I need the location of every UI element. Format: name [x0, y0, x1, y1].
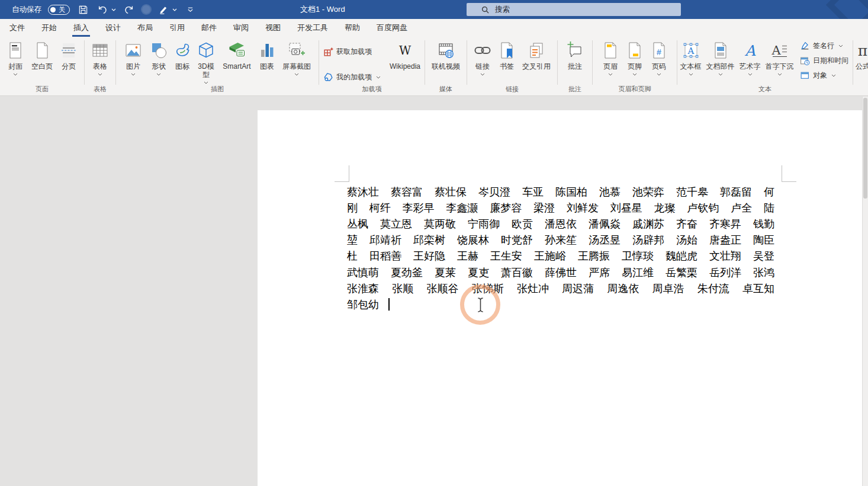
ribbon-tab-row: 文件开始插入设计布局引用邮件审阅视图开发工具帮助百度网盘 [0, 19, 868, 37]
text-box-button[interactable]: A文本框 [677, 40, 704, 85]
button-label: 页脚 [628, 62, 642, 71]
drop-cap-icon: A [770, 40, 789, 61]
name-text: 夏劲釜 [391, 266, 423, 280]
3d-models-button[interactable]: 3D模型 [194, 40, 218, 85]
name-text: 陆 [764, 201, 774, 215]
chevron-down-icon [748, 72, 753, 76]
wordart-button[interactable]: A艺术字 [737, 40, 763, 85]
chart-button[interactable]: 图表 [255, 40, 279, 85]
link-button[interactable]: 链接 [471, 40, 494, 85]
tab-references[interactable]: 引用 [161, 19, 193, 37]
scrollbar-thumb[interactable] [863, 98, 867, 199]
online-video-icon [436, 40, 455, 61]
button-label: 图表 [260, 62, 274, 71]
document-area: 蔡沐壮蔡容富蔡壮保岑贝澄车亚陈国柏池慕池荣弈范千皋郭磊留何刚柯纤李彩早李鑫灏廉梦… [0, 97, 868, 486]
tab-developer[interactable]: 开发工具 [289, 19, 336, 37]
equation-button[interactable]: π公式 [853, 40, 868, 85]
name-text: 钱勤 [753, 217, 774, 231]
button-label: Wikipedia [390, 62, 420, 71]
quick-access-toolbar: 自动保存 关 [0, 3, 197, 16]
svg-text:π: π [858, 42, 867, 59]
tab-mailings[interactable]: 邮件 [193, 19, 225, 37]
tab-baidu-netdisk[interactable]: 百度网盘 [368, 19, 416, 37]
name-text: 柯纤 [369, 201, 391, 215]
wikipedia-button[interactable]: WWikipedia [385, 40, 425, 85]
button-label: 分页 [62, 62, 76, 71]
svg-text:A: A [744, 42, 756, 59]
smartart-button[interactable]: SmartArt [219, 40, 255, 85]
name-text: 卫惇琰 [622, 249, 654, 263]
shapes-button[interactable]: 形状 [146, 40, 171, 85]
quick-parts-button[interactable]: 文档部件 [705, 40, 736, 85]
draw-pen-icon[interactable] [157, 3, 170, 16]
tab-review[interactable]: 审阅 [225, 19, 257, 37]
tab-help[interactable]: 帮助 [336, 19, 368, 37]
wordart-icon: A [741, 40, 760, 61]
screenshot-icon [287, 40, 306, 61]
word-window: 自动保存 关 [0, 0, 868, 486]
online-video-button[interactable]: 联机视频 [429, 40, 463, 85]
tab-layout[interactable]: 布局 [129, 19, 161, 37]
icons-icon [173, 40, 192, 61]
cover-page-icon [6, 40, 25, 61]
save-icon[interactable] [76, 3, 89, 16]
header-button[interactable]: 页眉 [599, 40, 622, 85]
name-text: 潘恩依 [545, 217, 577, 231]
drop-cap-button[interactable]: A首字下沉 [764, 40, 795, 85]
tab-home[interactable]: 开始 [33, 19, 65, 37]
date-time-button[interactable]: 日期和时间 [798, 55, 851, 67]
pen-chevron-icon[interactable] [172, 8, 177, 11]
blank-page-button[interactable]: 空白页 [28, 40, 56, 85]
tab-view[interactable]: 视图 [257, 19, 289, 37]
my-add-ins-button[interactable]: 我的加载项 [321, 71, 383, 84]
bookmark-button[interactable]: 书签 [495, 40, 519, 85]
ribbon-group-illustrations: 图片形状图标3D模型SmartArt图表屏幕截图插图 [116, 37, 319, 95]
pictures-button[interactable]: 图片 [121, 40, 146, 85]
name-text: 何 [764, 185, 774, 199]
signature-line-button[interactable]: 签名行 [798, 40, 851, 52]
tab-file[interactable]: 文件 [1, 19, 33, 37]
undo-icon[interactable] [96, 3, 109, 16]
page-break-button[interactable]: 分页 [57, 40, 81, 85]
button-label: 交叉引用 [522, 62, 551, 71]
undo-chevron-icon[interactable] [111, 8, 116, 11]
get-add-ins-button[interactable]: 获取加载项 [321, 46, 383, 58]
search-box[interactable]: 搜索 [467, 3, 681, 16]
vertical-scrollbar[interactable] [862, 97, 868, 486]
page-break-icon [59, 40, 78, 61]
text-line: 堃邱靖祈邱栾树饶展林时党舒孙来笙汤丞昱汤辟邦汤始唐盎正陶臣 [347, 232, 774, 248]
button-label: 我的加载项 [336, 72, 372, 82]
icons-button[interactable]: 图标 [172, 40, 193, 85]
object-button[interactable]: 对象 [798, 69, 851, 82]
button-stack: 获取加载项我的加载项 [319, 40, 385, 84]
group-label-text: 文本 [677, 85, 853, 95]
customize-qat-icon[interactable] [184, 3, 197, 16]
footer-button[interactable]: 页脚 [623, 40, 647, 85]
name-text: 池慕 [599, 185, 621, 199]
tab-insert[interactable]: 插入 [65, 19, 97, 37]
name-text: 周卓浩 [652, 282, 684, 296]
name-text: 夏莱 [435, 266, 456, 280]
redo-icon[interactable] [123, 3, 136, 16]
search-placeholder: 搜索 [495, 5, 510, 15]
document-text[interactable]: 蔡沐壮蔡容富蔡壮保岑贝澄车亚陈国柏池慕池荣弈范千皋郭磊留何刚柯纤李彩早李鑫灏廉梦… [347, 184, 774, 313]
comment-button[interactable]: 批注 [562, 40, 588, 85]
tab-design[interactable]: 设计 [97, 19, 129, 37]
cross-reference-button[interactable]: 交叉引用 [519, 40, 554, 85]
name-text: 陈国柏 [555, 185, 587, 199]
screenshot-button[interactable]: 屏幕截图 [279, 40, 314, 85]
table-button[interactable]: 表格 [87, 40, 113, 85]
name-text: 池荣弈 [632, 185, 664, 199]
ribbon-group-tables: 表格表格 [85, 37, 115, 95]
document-page[interactable]: 蔡沐壮蔡容富蔡壮保岑贝澄车亚陈国柏池慕池荣弈范千皋郭磊留何刚柯纤李彩早李鑫灏廉梦… [258, 110, 862, 486]
name-text: 汤始 [676, 233, 697, 247]
autosave-toggle[interactable]: 关 [48, 5, 70, 15]
margin-mark-top-right [782, 165, 796, 182]
cover-page-button[interactable]: 封面 [4, 40, 27, 85]
page-number-button[interactable]: #页码 [647, 40, 671, 85]
text-line: 蔡沐壮蔡容富蔡壮保岑贝澄车亚陈国柏池慕池荣弈范千皋郭磊留何 [347, 184, 774, 200]
name-text: 魏皑虎 [666, 249, 697, 263]
ribbon-group-links: 链接书签交叉引用链接 [467, 37, 557, 95]
button-label: 艺术字 [740, 62, 761, 71]
group-label-links: 链接 [467, 85, 557, 95]
